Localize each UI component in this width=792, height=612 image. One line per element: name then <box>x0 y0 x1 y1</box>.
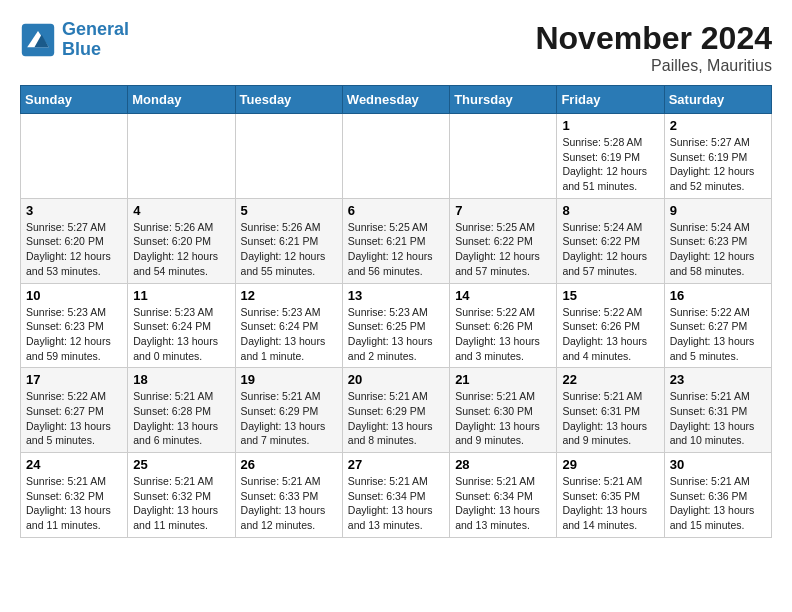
calendar-cell: 20Sunrise: 5:21 AMSunset: 6:29 PMDayligh… <box>342 368 449 453</box>
calendar-cell <box>450 114 557 199</box>
calendar-cell: 17Sunrise: 5:22 AMSunset: 6:27 PMDayligh… <box>21 368 128 453</box>
calendar-cell: 10Sunrise: 5:23 AMSunset: 6:23 PMDayligh… <box>21 283 128 368</box>
logo-icon <box>20 22 56 58</box>
day-number: 28 <box>455 457 551 472</box>
page-subtitle: Pailles, Mauritius <box>535 57 772 75</box>
calendar-cell: 6Sunrise: 5:25 AMSunset: 6:21 PMDaylight… <box>342 198 449 283</box>
day-number: 23 <box>670 372 766 387</box>
day-number: 4 <box>133 203 229 218</box>
day-number: 29 <box>562 457 658 472</box>
day-info: Sunrise: 5:27 AMSunset: 6:19 PMDaylight:… <box>670 135 766 194</box>
calendar-cell: 1Sunrise: 5:28 AMSunset: 6:19 PMDaylight… <box>557 114 664 199</box>
day-number: 18 <box>133 372 229 387</box>
week-row-1: 1Sunrise: 5:28 AMSunset: 6:19 PMDaylight… <box>21 114 772 199</box>
day-number: 22 <box>562 372 658 387</box>
day-info: Sunrise: 5:23 AMSunset: 6:24 PMDaylight:… <box>133 305 229 364</box>
day-info: Sunrise: 5:21 AMSunset: 6:35 PMDaylight:… <box>562 474 658 533</box>
calendar-cell: 23Sunrise: 5:21 AMSunset: 6:31 PMDayligh… <box>664 368 771 453</box>
day-number: 11 <box>133 288 229 303</box>
weekday-header-friday: Friday <box>557 86 664 114</box>
calendar-cell: 19Sunrise: 5:21 AMSunset: 6:29 PMDayligh… <box>235 368 342 453</box>
day-number: 6 <box>348 203 444 218</box>
week-row-5: 24Sunrise: 5:21 AMSunset: 6:32 PMDayligh… <box>21 453 772 538</box>
day-number: 13 <box>348 288 444 303</box>
calendar-cell: 25Sunrise: 5:21 AMSunset: 6:32 PMDayligh… <box>128 453 235 538</box>
day-info: Sunrise: 5:21 AMSunset: 6:36 PMDaylight:… <box>670 474 766 533</box>
day-info: Sunrise: 5:27 AMSunset: 6:20 PMDaylight:… <box>26 220 122 279</box>
weekday-header-wednesday: Wednesday <box>342 86 449 114</box>
calendar-cell: 24Sunrise: 5:21 AMSunset: 6:32 PMDayligh… <box>21 453 128 538</box>
weekday-header-tuesday: Tuesday <box>235 86 342 114</box>
calendar-cell: 15Sunrise: 5:22 AMSunset: 6:26 PMDayligh… <box>557 283 664 368</box>
logo-line1: General <box>62 20 129 40</box>
day-info: Sunrise: 5:22 AMSunset: 6:26 PMDaylight:… <box>562 305 658 364</box>
day-info: Sunrise: 5:23 AMSunset: 6:24 PMDaylight:… <box>241 305 337 364</box>
day-number: 14 <box>455 288 551 303</box>
logo-line2: Blue <box>62 40 129 60</box>
day-number: 8 <box>562 203 658 218</box>
day-number: 9 <box>670 203 766 218</box>
weekday-header-row: SundayMondayTuesdayWednesdayThursdayFrid… <box>21 86 772 114</box>
day-number: 7 <box>455 203 551 218</box>
day-info: Sunrise: 5:22 AMSunset: 6:27 PMDaylight:… <box>26 389 122 448</box>
day-info: Sunrise: 5:21 AMSunset: 6:33 PMDaylight:… <box>241 474 337 533</box>
day-info: Sunrise: 5:28 AMSunset: 6:19 PMDaylight:… <box>562 135 658 194</box>
calendar-cell: 27Sunrise: 5:21 AMSunset: 6:34 PMDayligh… <box>342 453 449 538</box>
calendar-cell: 11Sunrise: 5:23 AMSunset: 6:24 PMDayligh… <box>128 283 235 368</box>
day-number: 10 <box>26 288 122 303</box>
day-number: 16 <box>670 288 766 303</box>
day-info: Sunrise: 5:21 AMSunset: 6:34 PMDaylight:… <box>455 474 551 533</box>
week-row-2: 3Sunrise: 5:27 AMSunset: 6:20 PMDaylight… <box>21 198 772 283</box>
weekday-header-thursday: Thursday <box>450 86 557 114</box>
calendar-cell: 16Sunrise: 5:22 AMSunset: 6:27 PMDayligh… <box>664 283 771 368</box>
day-info: Sunrise: 5:26 AMSunset: 6:21 PMDaylight:… <box>241 220 337 279</box>
calendar-cell: 26Sunrise: 5:21 AMSunset: 6:33 PMDayligh… <box>235 453 342 538</box>
calendar-cell: 4Sunrise: 5:26 AMSunset: 6:20 PMDaylight… <box>128 198 235 283</box>
calendar-cell <box>21 114 128 199</box>
day-number: 27 <box>348 457 444 472</box>
calendar-cell: 2Sunrise: 5:27 AMSunset: 6:19 PMDaylight… <box>664 114 771 199</box>
day-info: Sunrise: 5:21 AMSunset: 6:30 PMDaylight:… <box>455 389 551 448</box>
calendar-cell: 3Sunrise: 5:27 AMSunset: 6:20 PMDaylight… <box>21 198 128 283</box>
page-title: November 2024 <box>535 20 772 57</box>
calendar-cell <box>342 114 449 199</box>
day-number: 26 <box>241 457 337 472</box>
day-info: Sunrise: 5:22 AMSunset: 6:26 PMDaylight:… <box>455 305 551 364</box>
calendar-cell: 28Sunrise: 5:21 AMSunset: 6:34 PMDayligh… <box>450 453 557 538</box>
day-number: 1 <box>562 118 658 133</box>
calendar-cell: 7Sunrise: 5:25 AMSunset: 6:22 PMDaylight… <box>450 198 557 283</box>
title-block: November 2024 Pailles, Mauritius <box>535 20 772 75</box>
calendar-cell: 9Sunrise: 5:24 AMSunset: 6:23 PMDaylight… <box>664 198 771 283</box>
day-info: Sunrise: 5:21 AMSunset: 6:29 PMDaylight:… <box>348 389 444 448</box>
calendar-cell: 18Sunrise: 5:21 AMSunset: 6:28 PMDayligh… <box>128 368 235 453</box>
calendar-table: SundayMondayTuesdayWednesdayThursdayFrid… <box>20 85 772 538</box>
day-info: Sunrise: 5:26 AMSunset: 6:20 PMDaylight:… <box>133 220 229 279</box>
calendar-cell: 14Sunrise: 5:22 AMSunset: 6:26 PMDayligh… <box>450 283 557 368</box>
day-info: Sunrise: 5:21 AMSunset: 6:32 PMDaylight:… <box>133 474 229 533</box>
day-info: Sunrise: 5:24 AMSunset: 6:23 PMDaylight:… <box>670 220 766 279</box>
calendar-cell: 29Sunrise: 5:21 AMSunset: 6:35 PMDayligh… <box>557 453 664 538</box>
day-info: Sunrise: 5:21 AMSunset: 6:28 PMDaylight:… <box>133 389 229 448</box>
logo: General Blue <box>20 20 129 60</box>
day-info: Sunrise: 5:22 AMSunset: 6:27 PMDaylight:… <box>670 305 766 364</box>
day-number: 24 <box>26 457 122 472</box>
weekday-header-saturday: Saturday <box>664 86 771 114</box>
day-number: 19 <box>241 372 337 387</box>
calendar-cell: 22Sunrise: 5:21 AMSunset: 6:31 PMDayligh… <box>557 368 664 453</box>
page-header: General Blue November 2024 Pailles, Maur… <box>20 20 772 75</box>
calendar-cell: 30Sunrise: 5:21 AMSunset: 6:36 PMDayligh… <box>664 453 771 538</box>
day-number: 5 <box>241 203 337 218</box>
day-info: Sunrise: 5:21 AMSunset: 6:32 PMDaylight:… <box>26 474 122 533</box>
calendar-cell: 12Sunrise: 5:23 AMSunset: 6:24 PMDayligh… <box>235 283 342 368</box>
day-info: Sunrise: 5:21 AMSunset: 6:31 PMDaylight:… <box>670 389 766 448</box>
week-row-4: 17Sunrise: 5:22 AMSunset: 6:27 PMDayligh… <box>21 368 772 453</box>
calendar-cell <box>235 114 342 199</box>
day-info: Sunrise: 5:21 AMSunset: 6:34 PMDaylight:… <box>348 474 444 533</box>
calendar-cell: 13Sunrise: 5:23 AMSunset: 6:25 PMDayligh… <box>342 283 449 368</box>
day-number: 2 <box>670 118 766 133</box>
day-number: 12 <box>241 288 337 303</box>
calendar-cell: 8Sunrise: 5:24 AMSunset: 6:22 PMDaylight… <box>557 198 664 283</box>
calendar-cell: 21Sunrise: 5:21 AMSunset: 6:30 PMDayligh… <box>450 368 557 453</box>
day-number: 3 <box>26 203 122 218</box>
day-info: Sunrise: 5:25 AMSunset: 6:22 PMDaylight:… <box>455 220 551 279</box>
